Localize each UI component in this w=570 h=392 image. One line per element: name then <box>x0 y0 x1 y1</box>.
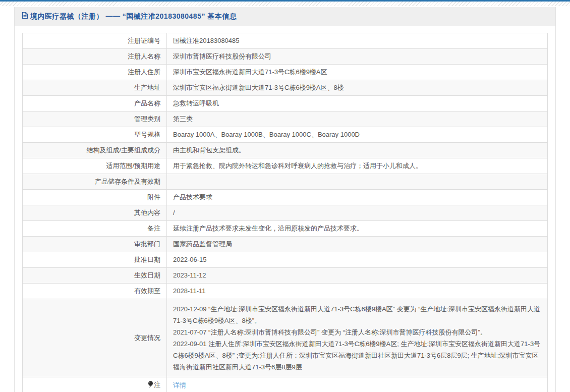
row-label: 附件 <box>23 190 167 205</box>
row-label: 生效日期 <box>23 268 167 284</box>
table-row: 有效期至 2028-11-11 <box>23 284 548 299</box>
row-value: 延续注册产品技术要求未发生变化，沿用原核发的产品技术要求。 <box>167 221 548 237</box>
row-label: 型号规格 <box>23 127 167 143</box>
row-value: 2022-06-15 <box>167 252 548 268</box>
balloon-icon <box>148 381 153 390</box>
row-label: 变更情况 <box>23 299 167 377</box>
table-row: 注册人住所 深圳市宝安区福永街道新田大道71-3号C栋6楼9楼A区 <box>23 65 548 80</box>
table-row: 生产地址 深圳市宝安区福永街道新田大道71-3号C栋6楼9楼A区、8楼 <box>23 80 548 96</box>
row-value: 国械注准20183080485 <box>167 33 548 49</box>
table-row: 其他内容 / <box>23 205 548 221</box>
table-row-note: 注 详情 <box>23 377 548 392</box>
row-label: 批准日期 <box>23 252 167 268</box>
panel-header: 境内医疗器械（注册） —— “国械注准20183080485” 基本信息 <box>15 7 555 26</box>
panel-body: 注册证编号 国械注准20183080485 注册人名称 深圳市普博医疗科技股份有… <box>15 26 555 392</box>
page-title: 境内医疗器械（注册） —— “国械注准20183080485” 基本信息 <box>30 12 237 21</box>
table-row: 适用范围/预期用途 用于紧急抢救、院内院外转运和急诊科对呼衰病人的抢救与治疗；适… <box>23 158 548 174</box>
row-label: 备注 <box>23 221 167 237</box>
row-label: 管理类别 <box>23 111 167 127</box>
table-row-change-history: 变更情况 2020-12-09 “生产地址:深圳市宝安区福永街道新田大道71-3… <box>23 299 548 377</box>
row-value: 用于紧急抢救、院内院外转运和急诊科对呼衰病人的抢救与治疗；适用于小儿和成人。 <box>167 158 548 174</box>
row-label: 审批部门 <box>23 237 167 252</box>
row-value: 由主机和背包支架组成。 <box>167 143 548 158</box>
row-value: 2028-11-11 <box>167 284 548 299</box>
row-label-note: 注 <box>23 377 167 392</box>
row-label: 结构及组成/主要组成成分 <box>23 143 167 158</box>
row-value: 2023-11-12 <box>167 268 548 284</box>
document-icon <box>22 12 28 21</box>
table-row: 生效日期 2023-11-12 <box>23 268 548 284</box>
table-row: 注册人名称 深圳市普博医疗科技股份有限公司 <box>23 49 548 65</box>
note-label-text: 注 <box>154 381 160 388</box>
table-row: 产品储存条件及有效期 <box>23 174 548 190</box>
row-label: 生产地址 <box>23 80 167 96</box>
striped-band <box>0 2 570 6</box>
row-label: 产品名称 <box>23 96 167 111</box>
table-row: 管理类别 第三类 <box>23 111 548 127</box>
row-value-note: 详情 <box>167 377 548 392</box>
row-value: Boaray 1000A、Boaray 1000B、Boaray 1000C、B… <box>167 127 548 143</box>
row-value: 第三类 <box>167 111 548 127</box>
row-value: / <box>167 205 548 221</box>
row-value: 深圳市宝安区福永街道新田大道71-3号C栋6楼9楼A区、8楼 <box>167 80 548 96</box>
registration-info-table: 注册证编号 国械注准20183080485 注册人名称 深圳市普博医疗科技股份有… <box>22 33 548 392</box>
row-value: 国家药品监督管理局 <box>167 237 548 252</box>
row-value: 深圳市宝安区福永街道新田大道71-3号C栋6楼9楼A区 <box>167 65 548 80</box>
table-row: 批准日期 2022-06-15 <box>23 252 548 268</box>
row-value: 急救转运呼吸机 <box>167 96 548 111</box>
row-value: 产品技术要求 <box>167 190 548 205</box>
table-row: 型号规格 Boaray 1000A、Boaray 1000B、Boaray 10… <box>23 127 548 143</box>
row-value-change-history: 2020-12-09 “生产地址:深圳市宝安区福永街道新田大道71-3号C栋6楼… <box>167 299 548 377</box>
info-panel: 境内医疗器械（注册） —— “国械注准20183080485” 基本信息 注册证… <box>14 7 556 392</box>
row-label: 有效期至 <box>23 284 167 299</box>
table-row: 审批部门 国家药品监督管理局 <box>23 237 548 252</box>
table-row: 结构及组成/主要组成成分 由主机和背包支架组成。 <box>23 143 548 158</box>
table-row: 产品名称 急救转运呼吸机 <box>23 96 548 111</box>
row-label: 产品储存条件及有效期 <box>23 174 167 190</box>
row-label: 注册证编号 <box>23 33 167 49</box>
table-row: 备注 延续注册产品技术要求未发生变化，沿用原核发的产品技术要求。 <box>23 221 548 237</box>
row-value: 深圳市普博医疗科技股份有限公司 <box>167 49 548 65</box>
row-label: 注册人名称 <box>23 49 167 65</box>
row-label: 适用范围/预期用途 <box>23 158 167 174</box>
table-row: 注册证编号 国械注准20183080485 <box>23 33 548 49</box>
table-row: 附件 产品技术要求 <box>23 190 548 205</box>
row-label: 注册人住所 <box>23 65 167 80</box>
detail-link[interactable]: 详情 <box>173 381 186 389</box>
row-value <box>167 174 548 190</box>
row-label: 其他内容 <box>23 205 167 221</box>
